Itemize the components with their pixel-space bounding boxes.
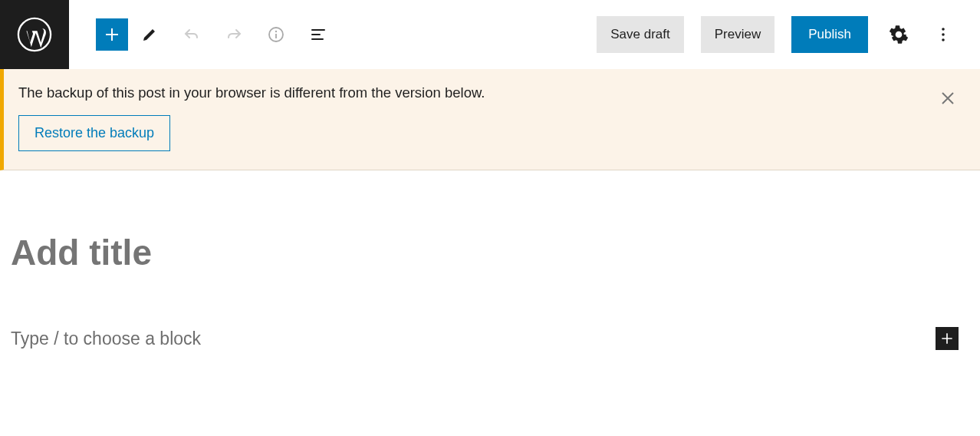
block-input[interactable]: Type / to choose a block (11, 329, 201, 349)
edit-tool-button[interactable] (128, 18, 170, 51)
svg-point-2 (275, 31, 276, 32)
toolbar-left (69, 18, 339, 51)
close-icon (939, 89, 957, 107)
editor-header: Save draft Preview Publish (0, 0, 980, 69)
plus-icon (103, 25, 121, 44)
svg-point-5 (942, 38, 945, 41)
save-draft-button[interactable]: Save draft (597, 16, 684, 53)
undo-icon (183, 25, 201, 44)
list-icon (309, 25, 327, 44)
editor-canvas: Add title Type / to choose a block (0, 170, 980, 350)
redo-button[interactable] (212, 18, 255, 51)
pencil-icon (140, 25, 159, 44)
dismiss-notice-button[interactable] (939, 89, 957, 111)
dots-vertical-icon (934, 25, 952, 44)
more-options-button[interactable] (929, 21, 957, 48)
wordpress-logo[interactable] (0, 0, 69, 69)
redo-icon (225, 25, 243, 44)
info-button[interactable] (255, 18, 297, 51)
undo-button[interactable] (170, 18, 212, 51)
inline-add-block-button[interactable] (936, 327, 959, 350)
wordpress-icon (17, 17, 52, 52)
settings-button[interactable] (885, 21, 913, 48)
plus-icon (939, 331, 955, 346)
notice-message: The backup of this post in your browser … (18, 84, 962, 101)
svg-point-4 (942, 33, 945, 36)
restore-backup-button[interactable]: Restore the backup (18, 115, 170, 151)
outline-button[interactable] (297, 18, 339, 51)
add-block-button[interactable] (96, 18, 128, 51)
toolbar-right: Save draft Preview Publish (597, 16, 980, 53)
gear-icon (889, 25, 909, 45)
publish-button[interactable]: Publish (791, 16, 868, 53)
info-icon (267, 25, 285, 44)
svg-point-3 (942, 28, 945, 31)
post-title-input[interactable]: Add title (11, 232, 969, 273)
backup-notice: The backup of this post in your browser … (0, 69, 980, 170)
default-block-row: Type / to choose a block (11, 327, 969, 350)
preview-button[interactable]: Preview (701, 16, 774, 53)
